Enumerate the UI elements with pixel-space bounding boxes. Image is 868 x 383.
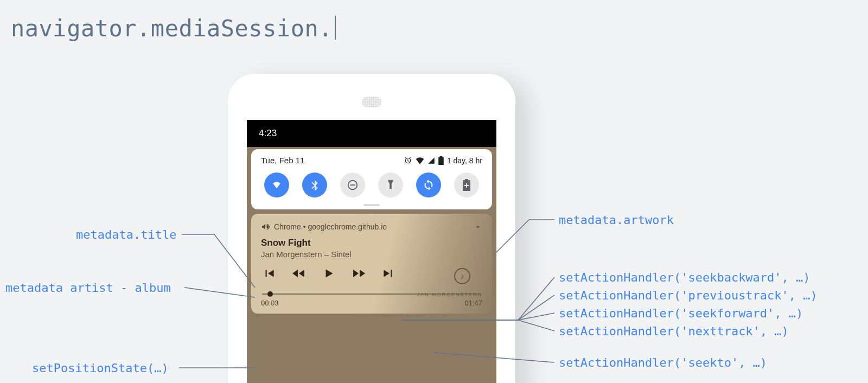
svg-rect-1 <box>350 184 355 186</box>
seek-backward-button[interactable] <box>291 266 307 280</box>
next-track-button[interactable] <box>381 266 395 280</box>
api-path: navigator.mediaSession. <box>11 15 333 42</box>
anno-previoustrack: setActionHandler('previoustrack', …) <box>559 289 818 302</box>
page-title-code: navigator.mediaSession. <box>11 15 336 42</box>
qs-status-icons: 1 day, 8 hr <box>404 156 482 165</box>
text-cursor <box>335 16 336 40</box>
qs-date: Tue, Feb 11 <box>261 156 304 165</box>
media-controls <box>261 264 482 293</box>
wifi-status-icon <box>416 157 424 164</box>
sync-icon <box>423 179 435 191</box>
quick-settings-header: Tue, Feb 11 1 day, 8 hr <box>261 156 482 165</box>
bluetooth-toggle[interactable] <box>302 173 327 197</box>
time-labels: 00:03 01:47 <box>261 299 482 307</box>
phone-mock: 4:23 Tue, Feb 11 1 day, 8 hr <box>228 74 515 383</box>
media-subtitle: Jan Morgenstern – Sintel <box>261 250 482 259</box>
quick-settings-toggles <box>261 171 482 203</box>
quick-settings-drag-handle[interactable] <box>363 204 380 206</box>
dnd-icon <box>347 179 359 191</box>
phone-speaker <box>362 97 381 107</box>
phone-screen: 4:23 Tue, Feb 11 1 day, 8 hr <box>247 120 496 383</box>
media-title: Snow Fight <box>261 238 482 248</box>
flashlight-icon <box>385 179 397 191</box>
anno-metadata-title: metadata.title <box>76 228 176 241</box>
alarm-icon <box>404 156 412 165</box>
anno-seekforward: setActionHandler('seekforward', …) <box>559 307 803 320</box>
media-header: Chrome • googlechrome.github.io <box>261 222 482 231</box>
time-position: 00:03 <box>261 299 279 307</box>
anno-metadata-artist-album: metadata artist - album <box>5 281 171 295</box>
dnd-toggle[interactable] <box>340 173 365 197</box>
anno-seekto: setActionHandler('seekto', …) <box>559 356 767 369</box>
battery-icon <box>438 156 444 165</box>
chevron-up-icon[interactable] <box>474 222 482 231</box>
battery-text: 1 day, 8 hr <box>447 156 482 165</box>
volume-icon <box>261 222 270 231</box>
previous-track-button[interactable] <box>262 266 276 280</box>
battery-saver-icon <box>462 179 471 191</box>
status-bar: 4:23 <box>247 120 496 147</box>
wifi-icon <box>271 179 283 191</box>
media-notification[interactable]: Chrome • googlechrome.github.io Snow Fig… <box>251 214 492 314</box>
quick-settings-card: Tue, Feb 11 1 day, 8 hr <box>251 149 492 209</box>
battery-saver-toggle[interactable] <box>454 173 479 197</box>
anno-seekbackward: setActionHandler('seekbackward', …) <box>559 271 810 284</box>
anno-setpositionstate: setPositionState(…) <box>32 361 169 375</box>
time-duration: 01:47 <box>464 299 482 307</box>
wifi-toggle[interactable] <box>264 173 289 197</box>
seek-forward-button[interactable] <box>351 266 366 280</box>
sync-toggle[interactable] <box>416 173 441 197</box>
play-button[interactable] <box>322 266 336 280</box>
seek-knob[interactable] <box>267 291 273 297</box>
media-app-label: Chrome • googlechrome.github.io <box>274 222 387 231</box>
artwork-badge: ♪ <box>454 268 470 284</box>
clock: 4:23 <box>259 128 277 139</box>
anno-nexttrack: setActionHandler('nexttrack', …) <box>559 324 789 338</box>
artwork-caption: JAN MORGENSTERN <box>417 292 482 297</box>
anno-metadata-artwork: metadata.artwork <box>559 213 674 227</box>
bluetooth-icon <box>309 179 321 191</box>
signal-icon <box>427 157 435 164</box>
flashlight-toggle[interactable] <box>378 173 403 197</box>
